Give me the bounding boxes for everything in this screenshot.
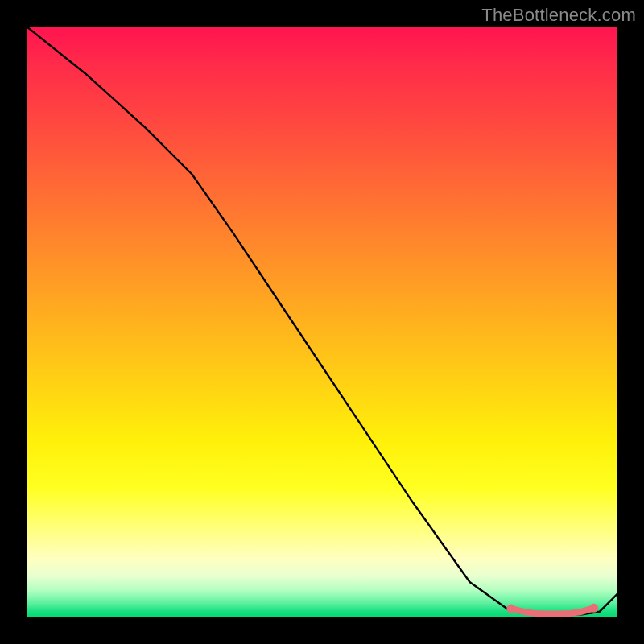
chart-overlay (27, 27, 617, 617)
plot-area (27, 27, 617, 617)
highlight-dot (506, 605, 515, 613)
curve-line (27, 27, 617, 614)
chart-frame: TheBottleneck.com (0, 0, 644, 644)
highlight-segment (506, 604, 598, 614)
watermark-text: TheBottleneck.com (481, 5, 636, 26)
highlight-dot (589, 604, 598, 613)
highlight-path (511, 608, 594, 613)
